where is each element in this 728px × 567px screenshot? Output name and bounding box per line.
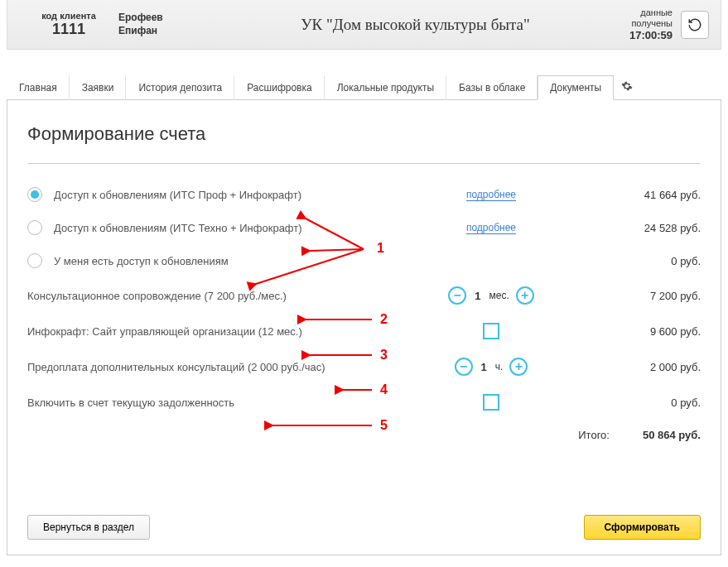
client-code-value: 1111 (19, 21, 118, 38)
option-row-2: Доступ к обновлениям (ИТС Техно + Инфокр… (27, 220, 701, 235)
tab-settings[interactable] (614, 75, 640, 100)
more-link-2[interactable]: подробнее (466, 222, 516, 234)
tab-local-products[interactable]: Локальные продукты (325, 75, 446, 100)
option-label-2: Доступ к обновлениям (ИТС Техно + Инфокр… (54, 222, 302, 234)
data-received: данные получены 17:00:59 (629, 7, 673, 42)
checkbox-2[interactable] (483, 323, 499, 339)
tab-main[interactable]: Главная (7, 75, 70, 100)
stepper-unit-1: мес. (489, 290, 509, 301)
line-row-2: Инфокрафт: Сайт управляющей организации … (27, 323, 701, 339)
top-bar: код клиента 1111 Ерофеев Епифан УК "Дом … (7, 0, 721, 50)
option-price-2: 24 528 руб. (549, 222, 701, 234)
line-label-3: Предоплата дополнительных консультаций (… (27, 361, 325, 373)
gear-icon (621, 80, 633, 92)
option-label-1: Доступ к обновлениям (ИТС Проф + Инфокра… (54, 189, 301, 201)
checkbox-4[interactable] (483, 394, 499, 411)
line-row-1: Консультационное сопровождение (7 200 ру… (27, 286, 701, 305)
tab-documents[interactable]: Документы (538, 75, 614, 100)
submit-button[interactable]: Сформировать (584, 515, 701, 540)
line-row-3: Предоплата дополнительных консультаций (… (27, 358, 701, 376)
divider (27, 163, 701, 164)
client-code-block: код клиента 1111 (19, 11, 118, 38)
stepper-value-1: 1 (475, 290, 480, 302)
tab-deposit-history[interactable]: История депозита (126, 75, 234, 100)
option-row-1: Доступ к обновлениям (ИТС Проф + Инфокра… (27, 187, 701, 202)
stepper-minus-1[interactable]: − (448, 286, 466, 305)
line-price-4: 0 руб. (549, 396, 701, 409)
panel: Формирование счета Доступ к обновлениям … (7, 100, 721, 555)
svg-line-1 (310, 249, 364, 251)
tab-requests[interactable]: Заявки (70, 75, 127, 100)
tab-decoding[interactable]: Расшифровка (234, 75, 324, 100)
total-row: Итого: 50 864 руб. (27, 429, 701, 441)
company-title: УК "Дом высокой культуры быта" (201, 16, 629, 34)
stepper-minus-3[interactable]: − (455, 358, 473, 376)
option-row-3: У меня есть доступ к обновлениям 0 руб. (27, 253, 701, 268)
tabs: Главная Заявки История депозита Расшифро… (7, 74, 721, 100)
total-value: 50 864 руб. (643, 429, 701, 441)
footer-buttons: Вернуться в раздел Сформировать (27, 515, 701, 540)
client-code-label: код клиента (19, 11, 118, 21)
line-label-4: Включить в счет текущую задолженность (27, 396, 234, 409)
line-label-2: Инфокрафт: Сайт управляющей организации … (27, 325, 302, 338)
client-name: Ерофеев Епифан (118, 12, 201, 37)
back-button[interactable]: Вернуться в раздел (27, 515, 150, 540)
option-price-1: 41 664 руб. (549, 189, 701, 201)
page-title: Формирование счета (27, 123, 701, 145)
option-price-3: 0 руб. (549, 255, 701, 267)
stepper-plus-3[interactable]: + (509, 358, 528, 376)
line-price-3: 2 000 руб. (549, 361, 701, 373)
refresh-button[interactable] (681, 11, 709, 39)
more-link-1[interactable]: подробнее (466, 189, 516, 201)
radio-option-2[interactable] (27, 220, 42, 235)
radio-option-1[interactable] (27, 187, 42, 202)
radio-option-3[interactable] (27, 253, 42, 268)
line-row-4: Включить в счет текущую задолженность 0 … (27, 394, 701, 411)
stepper-unit-3: ч. (495, 361, 504, 372)
line-price-2: 9 600 руб. (549, 325, 701, 338)
line-price-1: 7 200 руб. (549, 290, 701, 302)
refresh-icon (687, 17, 702, 32)
stepper-plus-1[interactable]: + (516, 286, 534, 305)
option-label-3: У меня есть доступ к обновлениям (54, 255, 229, 267)
stepper-value-3: 1 (481, 361, 487, 373)
line-label-1: Консультационное сопровождение (7 200 ру… (27, 290, 287, 302)
total-label: Итого: (578, 429, 610, 441)
tab-cloud-db[interactable]: Базы в облаке (446, 75, 538, 100)
